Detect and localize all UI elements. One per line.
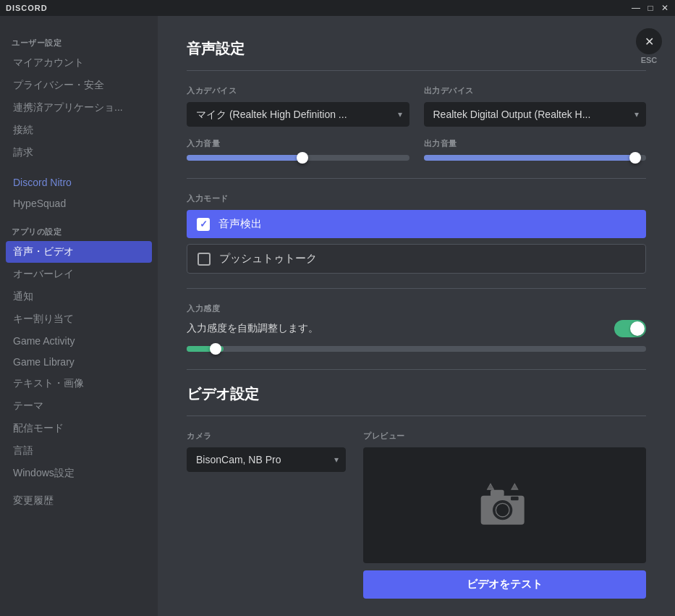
voice-detect-option[interactable]: ✓ 音声検出: [187, 210, 646, 238]
input-mode-section: 入力モード ✓ 音声検出 プッシュトゥトーク: [187, 193, 646, 274]
sidebar-item-game-activity[interactable]: Game Activity: [6, 331, 152, 351]
sensitivity-slider-thumb[interactable]: [210, 343, 221, 355]
preview-group: プレビュー: [363, 431, 646, 599]
auto-sensitivity-row: 入力感度を自動調整します。: [187, 320, 646, 337]
output-device-wrapper[interactable]: Realtek Digital Output (Realtek H... ▾: [424, 102, 647, 127]
sidebar-item-connections[interactable]: 接続: [6, 119, 152, 141]
sidebar-nitro-items: Discord NitroHypeSquad: [6, 172, 152, 214]
svg-point-2: [496, 503, 509, 517]
voice-section-title: 音声設定: [187, 39, 646, 71]
maximize-button[interactable]: □: [646, 4, 655, 12]
sidebar-section-app: アプリの設定: [6, 222, 152, 240]
camera-group: カメラ BisonCam, NB Pro ▾: [187, 431, 346, 599]
sensitivity-slider-track[interactable]: [187, 346, 646, 352]
esc-button[interactable]: ✕ ESC: [634, 28, 663, 65]
preview-camera-icon: [476, 480, 534, 531]
video-section-title: ビデオ設定: [187, 384, 646, 416]
preview-label: プレビュー: [363, 431, 646, 442]
close-button[interactable]: ✕: [661, 4, 669, 12]
output-device-select[interactable]: Realtek Digital Output (Realtek H...: [424, 102, 647, 127]
input-device-select[interactable]: マイク (Realtek High Definition ...: [187, 102, 409, 127]
voice-detect-label: 音声検出: [218, 217, 262, 231]
volume-sliders-row: 入力音量 出力音量: [187, 138, 646, 161]
camera-select[interactable]: BisonCam, NB Pro: [187, 447, 346, 472]
svg-rect-3: [491, 490, 504, 497]
sidebar-section-user: ユーザー設定: [6, 33, 152, 51]
sidebar-item-language[interactable]: 言語: [6, 440, 152, 462]
titlebar-title: DISCORD: [6, 4, 48, 12]
output-device-group: 出力デバイス Realtek Digital Output (Realtek H…: [424, 85, 647, 127]
sidebar-item-game-library[interactable]: Game Library: [6, 352, 152, 372]
input-volume-fill: [187, 155, 302, 161]
sidebar-item-themes[interactable]: テーマ: [6, 395, 152, 417]
sidebar-item-text-images[interactable]: テキスト・画像: [6, 373, 152, 395]
output-device-label: 出力デバイス: [424, 85, 647, 96]
sidebar-item-discord-nitro[interactable]: Discord Nitro: [6, 172, 152, 193]
input-volume-group: 入力音量: [187, 138, 409, 161]
sidebar-item-streaming-mode[interactable]: 配信モード: [6, 418, 152, 439]
titlebar-controls: — □ ✕: [632, 4, 669, 12]
sidebar-item-hypesquad[interactable]: HypeSquad: [6, 193, 152, 214]
preview-box: [363, 447, 646, 563]
camera-wrapper[interactable]: BisonCam, NB Pro ▾: [187, 447, 346, 472]
divider-3: [187, 369, 646, 370]
divider-1: [187, 178, 646, 179]
sidebar-item-billing[interactable]: 請求: [6, 142, 152, 164]
sidebar-user-items: マイアカウントプライバシー・安全連携済アプリケーショ...接続請求: [6, 52, 152, 164]
input-device-group: 入カデバイス マイク (Realtek High Definition ... …: [187, 85, 409, 127]
sidebar-item-privacy-safety[interactable]: プライバシー・安全: [6, 75, 152, 96]
sidebar-item-overlay[interactable]: オーバーレイ: [6, 263, 152, 285]
sensitivity-section: 入力感度 入力感度を自動調整します。: [187, 303, 646, 352]
sidebar-app-items: 音声・ビデオオーバーレイ通知キー割り当てGame ActivityGame Li…: [6, 241, 152, 484]
esc-circle-icon: ✕: [636, 28, 662, 54]
push-to-talk-label: プッシュトゥトーク: [219, 252, 317, 266]
input-mode-label: 入力モード: [187, 193, 646, 204]
sidebar-item-voice-video[interactable]: 音声・ビデオ: [6, 241, 152, 263]
output-volume-label: 出力音量: [424, 138, 647, 149]
sidebar-item-keybinds[interactable]: キー割り当て: [6, 308, 152, 330]
voice-detect-check-icon: ✓: [200, 219, 208, 229]
output-volume-group: 出力音量: [424, 138, 647, 161]
input-volume-thumb[interactable]: [297, 152, 308, 164]
push-to-talk-checkbox: [198, 253, 211, 266]
input-device-wrapper[interactable]: マイク (Realtek High Definition ... ▾: [187, 102, 409, 127]
svg-rect-4: [511, 497, 519, 500]
sidebar-item-windows-settings[interactable]: Windows設定: [6, 463, 152, 484]
sensitivity-title: 入力感度: [187, 303, 646, 314]
divider-2: [187, 288, 646, 289]
titlebar: DISCORD — □ ✕: [0, 0, 675, 16]
esc-label: ESC: [641, 56, 658, 64]
toggle-knob: [630, 321, 645, 336]
input-device-label: 入カデバイス: [187, 85, 409, 96]
sidebar-bottom-items: 変更履歴: [6, 490, 152, 512]
sidebar: ユーザー設定 マイアカウントプライバシー・安全連携済アプリケーショ...接続請求…: [0, 16, 158, 616]
content-area: ✕ ESC 音声設定 入カデバイス マイク (Realtek High Defi…: [158, 16, 675, 616]
sidebar-item-notifications[interactable]: 通知: [6, 286, 152, 308]
sidebar-item-change-history[interactable]: 変更履歴: [6, 490, 152, 512]
video-test-button[interactable]: ビデオをテスト: [363, 570, 646, 599]
sidebar-item-my-account[interactable]: マイアカウント: [6, 52, 152, 74]
video-row: カメラ BisonCam, NB Pro ▾ プレビュー: [187, 431, 646, 599]
output-volume-thumb[interactable]: [629, 152, 641, 164]
input-volume-label: 入力音量: [187, 138, 409, 149]
input-volume-track[interactable]: [187, 155, 409, 161]
push-to-talk-option[interactable]: プッシュトゥトーク: [187, 244, 646, 274]
camera-label: カメラ: [187, 431, 346, 442]
output-volume-fill: [424, 155, 635, 161]
app-container: ユーザー設定 マイアカウントプライバシー・安全連携済アプリケーショ...接続請求…: [0, 0, 675, 616]
auto-sensitivity-toggle[interactable]: [614, 320, 646, 337]
minimize-button[interactable]: —: [632, 4, 640, 12]
device-dropdowns-row: 入カデバイス マイク (Realtek High Definition ... …: [187, 85, 646, 127]
voice-detect-checkbox: ✓: [197, 218, 210, 231]
output-volume-track[interactable]: [424, 155, 647, 161]
auto-sensitivity-label: 入力感度を自動調整します。: [187, 322, 318, 335]
sidebar-item-connected-apps[interactable]: 連携済アプリケーショ...: [6, 97, 152, 119]
